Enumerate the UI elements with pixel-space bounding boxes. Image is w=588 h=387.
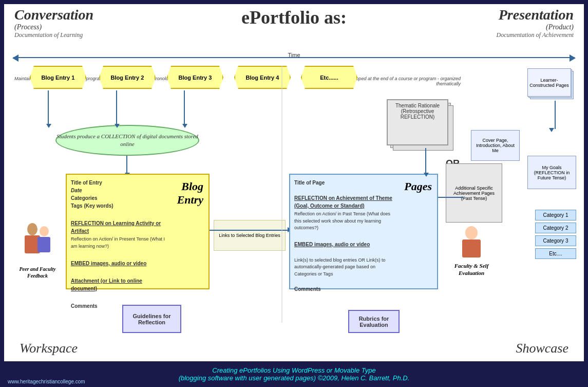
svg-point-2 bbox=[40, 226, 49, 236]
showcase-label: Showcase bbox=[516, 341, 568, 356]
blog-attachment-label: Attachment (or Link to online document) bbox=[71, 277, 167, 292]
pages-link-label: Link(s) to selected blog entries OR Link… bbox=[294, 257, 396, 278]
learner-page-stack-1: Learner-Constructed Pages bbox=[527, 68, 571, 97]
blog-entry-etc: Etc...... bbox=[301, 66, 357, 89]
additional-box: Additional Specific Achievement Pages (P… bbox=[446, 163, 502, 223]
category-2: Category 2 bbox=[535, 223, 576, 233]
blog-entry-box-title: BlogEntry bbox=[177, 180, 203, 207]
learner-constructed-box: Learner-Constructed Pages bbox=[527, 68, 576, 102]
center-title: ePortfolio as: bbox=[241, 7, 347, 28]
footer: Creating ePortfolios Using WordPress or … bbox=[0, 361, 588, 387]
blog-entry-detail-box: BlogEntry Title of Entry Date Categories… bbox=[66, 174, 210, 289]
pages-embed-label: EMBED images, audio or video bbox=[294, 241, 396, 248]
h-line-pages-right bbox=[438, 197, 464, 198]
pages-reflection-sub: Reflection on Action/ in Past Tense (Wha… bbox=[294, 211, 396, 232]
svg-rect-5 bbox=[462, 239, 481, 257]
main-content: Conversation (Process) Documentation of … bbox=[4, 4, 584, 361]
left-title: Conversation bbox=[14, 7, 93, 23]
collection-oval: Students produce a COLLECTION of digital… bbox=[55, 125, 199, 156]
pages-box-title: Pages bbox=[404, 180, 432, 193]
category-etc: Etc.... bbox=[535, 248, 576, 259]
pages-reflection-label: REFLECTION on Achievement of Theme (Goal… bbox=[294, 194, 396, 210]
footer-text: Creating ePortfolios Using WordPress or … bbox=[179, 366, 410, 382]
blog-field-title: Title of Entry bbox=[71, 179, 167, 187]
peer-faculty-icon bbox=[20, 220, 55, 261]
right-title: Presentation bbox=[497, 7, 574, 23]
arrow-right-icon bbox=[570, 54, 576, 62]
blog-field-categories: Categories bbox=[71, 194, 167, 202]
category-1: Category 1 bbox=[535, 210, 576, 220]
faculty-eval-section: Faculty & Self Evaluation bbox=[448, 225, 495, 277]
thematic-box: Thematic Rationale (Retrospective REFLEC… bbox=[387, 99, 448, 145]
svg-point-0 bbox=[27, 223, 37, 235]
blog-entry-3: Blog Entry 3 bbox=[167, 66, 223, 89]
faculty-eval-label: Faculty & Self Evaluation bbox=[448, 262, 495, 277]
header-right: Presentation (Product) Documentation of … bbox=[497, 7, 574, 39]
arrow-collection-down bbox=[126, 156, 127, 174]
blog-reflection-label: REFLECTION on Learning Activity or Artif… bbox=[71, 219, 167, 235]
header-left: Conversation (Process) Documentation of … bbox=[14, 7, 93, 39]
my-goals-box: My Goals (REFLECTION in Future Tense) bbox=[527, 156, 576, 189]
pages-title-of-page: Title of Page bbox=[294, 179, 396, 187]
thematic-arrow-down-icon bbox=[424, 173, 429, 177]
faculty-icon bbox=[456, 225, 487, 261]
blog-entries-row: Blog Entry 1 Blog Entry 2 Blog Entry 3 B… bbox=[14, 66, 574, 99]
footer-url: www.heritagechristiancollege.com bbox=[8, 379, 85, 384]
header-center: ePortfolio as: bbox=[241, 7, 347, 28]
cover-page-box: Cover Page, Introduction, About Me bbox=[471, 130, 520, 161]
right-subtitle: (Product) bbox=[497, 23, 574, 31]
blog-reflection-sub: Reflection on Action/ in Present Tense (… bbox=[71, 236, 167, 250]
divider-line bbox=[281, 66, 282, 323]
arrow-left-icon bbox=[12, 54, 18, 62]
svg-rect-3 bbox=[37, 237, 50, 252]
arrow-v-1 bbox=[48, 90, 49, 125]
learner-arrow-down-icon bbox=[549, 128, 554, 132]
blog-field-tags: Tags (Key words) bbox=[71, 202, 167, 210]
learner-arrow-down bbox=[555, 101, 556, 129]
thematic-arrow-down bbox=[425, 148, 426, 174]
pages-detail-box: Pages Title of Page REFLECTION on Achiev… bbox=[289, 174, 438, 289]
peer-faculty-section: Peer and Faculty Feedback bbox=[9, 220, 66, 279]
pages-comments-label: Comments bbox=[294, 285, 396, 293]
blog-embed-label: EMBED images, audio or video bbox=[71, 260, 167, 267]
blog-entry-2: Blog Entry 2 bbox=[99, 66, 156, 89]
blog-entry-1: Blog Entry 1 bbox=[30, 66, 86, 89]
arrow-down-3 bbox=[182, 124, 187, 128]
guidelines-button[interactable]: Guidelines for Reflection bbox=[122, 305, 181, 333]
h-arrow-blog-pages bbox=[210, 230, 289, 231]
svg-point-4 bbox=[465, 226, 478, 239]
workspace-label: Workspace bbox=[20, 341, 78, 356]
arrow-v-3 bbox=[184, 90, 185, 125]
arrow-v-2 bbox=[116, 90, 117, 125]
left-subtitle: (Process) bbox=[14, 23, 93, 31]
timeline: Time bbox=[8, 53, 580, 63]
arrow-down-2 bbox=[115, 124, 120, 128]
right-sub2: Documentation of Achievement bbox=[497, 31, 574, 39]
blog-field-date: Date bbox=[71, 187, 167, 194]
arrow-down-1 bbox=[46, 124, 51, 128]
blog-entry-box-content: Title of Entry Date Categories Tags (Key… bbox=[71, 179, 167, 310]
time-label: Time bbox=[288, 52, 300, 58]
pages-box-content: Title of Page REFLECTION on Achievement … bbox=[294, 179, 396, 293]
category-3: Category 3 bbox=[535, 235, 576, 246]
peer-faculty-label: Peer and Faculty Feedback bbox=[9, 266, 66, 279]
left-sub2: Documentation of Learning bbox=[14, 31, 93, 39]
categories-column: Category 1 Category 2 Category 3 Etc.... bbox=[535, 210, 576, 261]
rubrics-button[interactable]: Rubrics for Evaluation bbox=[348, 310, 400, 333]
link-arrow-text-box: Links to Selected Blog Entries bbox=[214, 220, 286, 251]
